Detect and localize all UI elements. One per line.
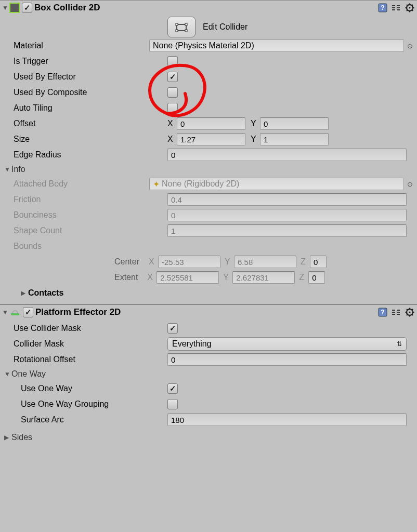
use-collider-mask-label: Use Collider Mask bbox=[14, 324, 167, 333]
material-field[interactable]: None (Physics Material 2D) bbox=[149, 39, 404, 52]
surface-arc-input[interactable] bbox=[167, 414, 407, 426]
edge-radius-label: Edge Radius bbox=[14, 150, 167, 159]
extent-z bbox=[308, 271, 325, 284]
edit-collider-button[interactable] bbox=[167, 17, 196, 37]
component-icon[interactable] bbox=[9, 308, 21, 317]
gear-icon[interactable] bbox=[405, 307, 415, 317]
auto-tiling-label: Auto Tiling bbox=[14, 103, 167, 113]
help-icon[interactable]: ? bbox=[377, 307, 388, 317]
foldout-icon[interactable]: ▼ bbox=[4, 166, 11, 173]
center-z bbox=[310, 256, 327, 268]
edit-collider-label: Edit Collider bbox=[203, 22, 247, 32]
collider-mask-label: Collider Mask bbox=[14, 339, 167, 349]
svg-rect-2 bbox=[392, 5, 395, 6]
foldout-icon[interactable]: ▶ bbox=[4, 434, 11, 441]
svg-line-39 bbox=[412, 314, 413, 315]
svg-line-15 bbox=[412, 10, 413, 11]
gear-icon[interactable] bbox=[405, 3, 415, 13]
svg-rect-23 bbox=[11, 313, 19, 315]
rotational-offset-input[interactable] bbox=[167, 353, 407, 366]
component-title: Platform Effector 2D bbox=[35, 307, 121, 317]
friction-label: Friction bbox=[14, 195, 167, 204]
size-x-input[interactable] bbox=[177, 133, 245, 145]
foldout-icon[interactable]: ▼ bbox=[2, 4, 9, 11]
is-trigger-label: Is Trigger bbox=[14, 57, 167, 66]
collider-mask-dropdown[interactable]: Everything ⇅ bbox=[167, 337, 407, 351]
svg-rect-7 bbox=[397, 9, 400, 10]
object-picker-icon: ⊙ bbox=[407, 180, 413, 188]
svg-point-9 bbox=[409, 7, 411, 9]
preset-icon[interactable] bbox=[391, 307, 401, 317]
help-icon[interactable]: ? bbox=[377, 3, 388, 13]
bounciness-field bbox=[167, 209, 407, 221]
edge-radius-input[interactable] bbox=[167, 149, 407, 161]
svg-rect-28 bbox=[392, 314, 395, 315]
extent-label: Extent bbox=[114, 273, 138, 282]
bounciness-label: Bounciness bbox=[14, 210, 167, 220]
foldout-icon[interactable]: ▼ bbox=[2, 309, 9, 316]
foldout-icon[interactable]: ▶ bbox=[21, 289, 28, 297]
offset-label: Offset bbox=[14, 119, 167, 128]
info-section[interactable]: ▼ Info bbox=[0, 163, 417, 176]
use-collider-mask-checkbox[interactable] bbox=[167, 323, 178, 334]
component-title: Box Collider 2D bbox=[34, 3, 100, 13]
sides-section[interactable]: ▶ Sides bbox=[0, 431, 417, 444]
svg-rect-21 bbox=[176, 30, 178, 32]
svg-line-38 bbox=[407, 309, 408, 310]
svg-rect-27 bbox=[392, 312, 395, 313]
used-by-composite-checkbox[interactable] bbox=[167, 87, 178, 98]
bounds-label: Bounds bbox=[14, 242, 167, 251]
use-one-way-label: Use One Way bbox=[21, 384, 167, 393]
svg-rect-6 bbox=[397, 7, 400, 8]
is-trigger-checkbox[interactable] bbox=[167, 56, 178, 66]
friction-field bbox=[167, 193, 407, 206]
platform-effector-2d-component: ▼ Platform Effector 2D ? Use Collider Ma… bbox=[0, 304, 417, 447]
foldout-icon[interactable]: ▼ bbox=[4, 370, 11, 378]
object-picker-icon[interactable]: ⊙ bbox=[407, 42, 413, 50]
rotational-offset-label: Rotational Offset bbox=[14, 355, 167, 364]
one-way-section[interactable]: ▼ One Way bbox=[0, 367, 417, 381]
svg-rect-29 bbox=[397, 310, 400, 311]
svg-line-17 bbox=[412, 5, 413, 6]
svg-rect-31 bbox=[397, 314, 400, 315]
svg-line-14 bbox=[407, 5, 408, 6]
enable-checkbox[interactable] bbox=[22, 3, 32, 13]
size-y-input[interactable] bbox=[260, 133, 329, 145]
svg-rect-5 bbox=[397, 5, 400, 6]
size-label: Size bbox=[14, 135, 167, 144]
extent-x bbox=[157, 271, 219, 284]
component-header: ▼ Box Collider 2D ? bbox=[0, 1, 417, 15]
shape-count-label: Shape Count bbox=[14, 226, 167, 235]
center-x bbox=[158, 256, 220, 268]
material-label: Material bbox=[14, 41, 149, 50]
extent-y bbox=[232, 271, 295, 284]
component-icon[interactable] bbox=[9, 3, 20, 13]
svg-text:?: ? bbox=[381, 4, 384, 11]
contacts-section[interactable]: ▶ Contacts bbox=[0, 285, 417, 301]
offset-x-input[interactable] bbox=[177, 117, 245, 130]
offset-y-input[interactable] bbox=[260, 117, 329, 130]
use-one-way-checkbox[interactable] bbox=[167, 383, 178, 394]
svg-rect-26 bbox=[392, 310, 395, 311]
svg-rect-22 bbox=[185, 30, 187, 32]
surface-arc-label: Surface Arc bbox=[21, 415, 167, 424]
auto-tiling-checkbox[interactable] bbox=[167, 103, 178, 113]
svg-text:?: ? bbox=[381, 309, 384, 316]
svg-point-33 bbox=[409, 312, 411, 313]
chevron-updown-icon: ⇅ bbox=[397, 340, 402, 348]
center-label: Center bbox=[114, 257, 139, 267]
svg-rect-30 bbox=[397, 312, 400, 313]
component-header: ▼ Platform Effector 2D ? bbox=[0, 305, 417, 320]
use-one-way-grouping-label: Use One Way Grouping bbox=[21, 400, 167, 409]
use-one-way-grouping-checkbox[interactable] bbox=[167, 399, 178, 409]
svg-rect-18 bbox=[177, 24, 186, 31]
svg-rect-3 bbox=[392, 7, 395, 8]
svg-rect-19 bbox=[176, 23, 178, 25]
used-by-effector-checkbox[interactable] bbox=[167, 72, 178, 82]
svg-rect-20 bbox=[185, 23, 187, 25]
enable-checkbox[interactable] bbox=[23, 307, 33, 317]
preset-icon[interactable] bbox=[391, 3, 401, 13]
svg-line-40 bbox=[407, 314, 408, 315]
shape-count-field bbox=[167, 224, 407, 237]
used-by-composite-label: Used By Composite bbox=[14, 88, 167, 97]
